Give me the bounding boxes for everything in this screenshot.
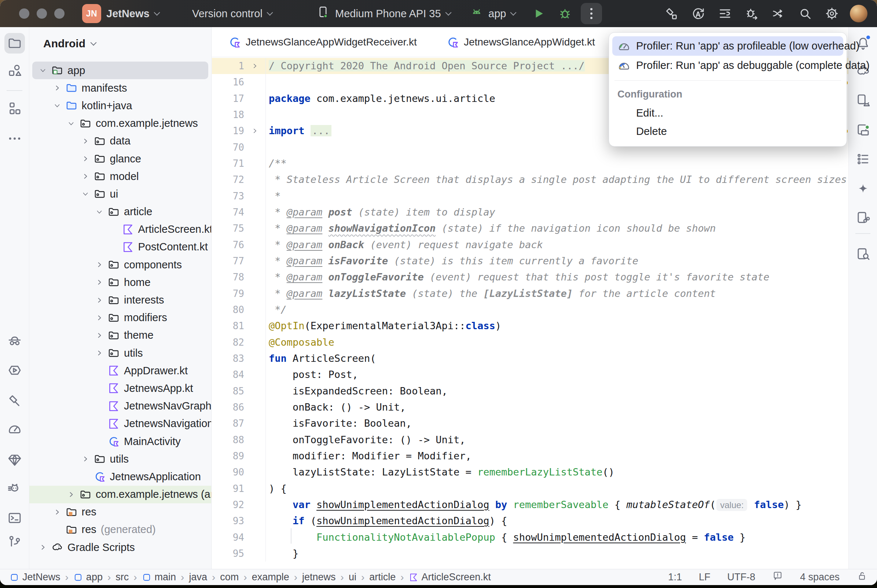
code-line-82[interactable]: 82@Composable <box>212 334 849 351</box>
vcs-widget[interactable]: Version control <box>192 0 272 27</box>
run-configuration-selector[interactable]: app <box>470 0 516 27</box>
sync-arrows-icon[interactable] <box>765 3 792 24</box>
chevron-down-icon[interactable] <box>92 207 106 216</box>
breadcrumb-item[interactable]: article <box>369 572 396 583</box>
code-line-87[interactable]: 87 isFavorite: Boolean, <box>212 416 849 432</box>
tree-item-appdrawer-kt[interactable]: AppDrawer.kt <box>29 362 211 380</box>
tree-item-theme[interactable]: theme <box>29 327 211 344</box>
chevron-right-icon[interactable] <box>78 154 92 163</box>
chevron-right-icon[interactable] <box>92 260 106 269</box>
chevron-down-icon[interactable] <box>36 66 50 75</box>
line-ending[interactable]: LF <box>699 572 711 583</box>
chevron-down-icon[interactable] <box>64 119 78 128</box>
user-avatar[interactable] <box>845 3 872 24</box>
breadcrumb-item[interactable]: JetNews <box>9 572 60 583</box>
breadcrumb-item[interactable]: com <box>220 572 239 583</box>
chevron-right-icon[interactable] <box>50 508 64 516</box>
encoding[interactable]: UTF-8 <box>727 572 755 583</box>
code-line-73[interactable]: 73 * <box>212 188 849 204</box>
gemini-sparkle-icon[interactable] <box>853 178 873 199</box>
chevron-right-icon[interactable] <box>92 331 106 340</box>
code-line-90[interactable]: 90 lazyListState: LazyListState = rememb… <box>212 464 849 480</box>
breadcrumb-item[interactable]: main <box>142 572 176 583</box>
caret-position[interactable]: 1:1 <box>668 572 682 583</box>
chevron-right-icon[interactable] <box>78 137 92 146</box>
device-explorer-spy-icon[interactable] <box>4 332 25 352</box>
breadcrumb-item[interactable]: src <box>115 572 129 583</box>
resource-manager-icon[interactable] <box>4 60 25 81</box>
chevron-right-icon[interactable] <box>78 172 92 181</box>
tree-item-ui[interactable]: ui <box>29 185 211 203</box>
profiler-tasks-icon[interactable] <box>711 3 738 24</box>
breadcrumb-item[interactable]: java <box>189 572 207 583</box>
chevron-right-icon[interactable] <box>92 314 106 322</box>
project-widget[interactable]: JN JetNews <box>82 0 159 27</box>
project-folder-icon[interactable] <box>4 33 25 54</box>
editor-tab[interactable]: JetnewsGlanceAppWidget.kt <box>432 27 610 57</box>
menu-action-edit[interactable]: Edit... <box>612 104 843 122</box>
tree-item-jetnewsnavgraph[interactable]: JetnewsNavGraph. <box>29 398 211 415</box>
fold-chevron-icon[interactable] <box>244 123 265 139</box>
chevron-down-icon[interactable] <box>50 101 64 110</box>
code-line-94[interactable]: 94 FunctionalityNotAvailablePopup { show… <box>212 530 849 546</box>
chevron-right-icon[interactable] <box>64 490 78 499</box>
profiler-gauge-icon[interactable] <box>4 418 25 439</box>
code-line-92[interactable]: 92 var showUnimplementedActionDialog by … <box>212 497 849 513</box>
device-selector[interactable]: Medium Phone API 35 <box>316 0 451 27</box>
code-line-71[interactable]: 71/** <box>212 155 849 171</box>
run-anything-icon[interactable] <box>4 360 25 381</box>
chevron-right-icon[interactable] <box>92 278 106 286</box>
breadcrumb-item[interactable]: ui <box>349 572 356 583</box>
code-line-95[interactable]: 95 } <box>212 546 849 562</box>
project-view-selector[interactable]: Android <box>43 38 96 50</box>
debug-button[interactable] <box>554 3 576 24</box>
code-line-89[interactable]: 89 modifier: Modifier = Modifier, <box>212 448 849 464</box>
tree-item-glance[interactable]: glance <box>29 150 211 168</box>
device-mirroring-icon[interactable] <box>853 207 873 228</box>
rename-refactor-icon[interactable] <box>685 3 711 24</box>
tree-item-mainactivity[interactable]: MainActivity <box>29 433 211 450</box>
tree-item-components[interactable]: components <box>29 256 211 273</box>
breadcrumb-item[interactable]: ArticleScreen.kt <box>409 572 491 583</box>
maximize-window-button[interactable] <box>54 8 64 19</box>
inspection-balloon-icon[interactable] <box>772 570 783 584</box>
more-tool-windows-icon[interactable] <box>4 128 25 149</box>
menu-item-profiler[interactable]: Profiler: Run 'app' as profileable (low … <box>612 36 843 56</box>
tree-item-manifests[interactable]: manifests <box>29 79 211 97</box>
app-inspection-icon[interactable] <box>853 244 873 264</box>
run-button[interactable] <box>528 3 549 24</box>
minimize-window-button[interactable] <box>37 8 47 19</box>
code-line-81[interactable]: 81@OptIn(ExperimentalMaterial3Api::class… <box>212 318 849 334</box>
logcat-cat-icon[interactable] <box>4 479 25 499</box>
code-line-72[interactable]: 72 * Stateless Article Screen that displ… <box>212 171 849 188</box>
structure-squares-icon[interactable] <box>4 98 25 119</box>
more-run-options-button[interactable] <box>581 3 602 24</box>
settings-gear-icon[interactable] <box>819 3 845 24</box>
build-hammer-icon[interactable] <box>658 3 685 24</box>
structure-list-icon[interactable] <box>853 149 873 170</box>
chevron-right-icon[interactable] <box>92 296 106 304</box>
chevron-right-icon[interactable] <box>92 349 106 357</box>
code-line-80[interactable]: 80 */ <box>212 302 849 318</box>
code-line-78[interactable]: 78 * @param onToggleFavorite (event) req… <box>212 269 849 285</box>
code-line-79[interactable]: 79 * @param lazyListState (state) the [L… <box>212 286 849 302</box>
tree-item-interests[interactable]: interests <box>29 291 211 309</box>
chevron-right-icon[interactable] <box>78 454 92 464</box>
chevron-right-icon[interactable] <box>36 543 50 552</box>
tree-item-model[interactable]: model <box>29 168 211 185</box>
breadcrumb-item[interactable]: example <box>252 572 289 583</box>
device-manager-icon[interactable] <box>853 90 873 111</box>
chevron-down-icon[interactable] <box>78 189 92 198</box>
editor-tab[interactable]: JetnewsGlanceAppWidgetReceiver.kt <box>213 27 432 57</box>
tree-item-com-example-jetnews-androidtest[interactable]: com.example.jetnews (androidTest) <box>29 486 211 503</box>
tree-item-utils[interactable]: utils <box>29 450 211 468</box>
tree-item-kotlin-java[interactable]: kotlin+java <box>29 97 211 114</box>
attach-debugger-icon[interactable] <box>738 3 765 24</box>
tree-item-res[interactable]: res(generated) <box>29 521 211 538</box>
tree-item-home[interactable]: home <box>29 273 211 291</box>
tree-item-com-example-jetnews[interactable]: com.example.jetnews <box>29 115 211 132</box>
menu-item-profiler[interactable]: Profiler: Run 'app' as debuggable (compl… <box>612 56 843 75</box>
code-line-77[interactable]: 77 * @param isFavorite (state) is this i… <box>212 253 849 269</box>
breadcrumb-item[interactable]: jetnews <box>302 572 336 583</box>
fold-chevron-icon[interactable] <box>244 58 265 74</box>
